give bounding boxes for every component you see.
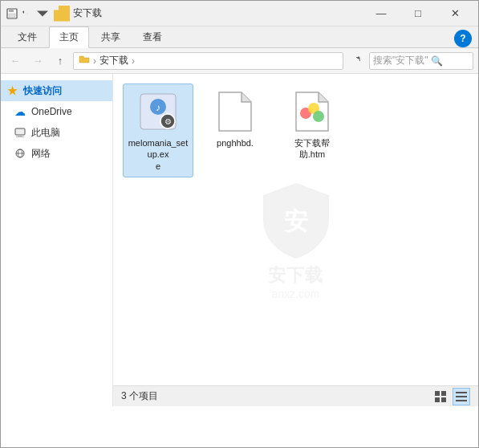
main-layout: ★ 快速访问 ☁ OneDrive 此电脑 — [1, 74, 478, 406]
watermark: 安 安下载 anxz.com — [260, 180, 332, 300]
view-large-icon-button[interactable] — [432, 388, 449, 405]
watermark-text: 安下载 — [268, 263, 323, 287]
svg-text:♪: ♪ — [156, 102, 160, 113]
breadcrumb-expand[interactable]: › — [132, 55, 135, 67]
sidebar-label-onedrive: OneDrive — [31, 106, 72, 117]
save-icon[interactable] — [6, 7, 18, 20]
svg-marker-3 — [37, 10, 48, 16]
svg-text:⚙: ⚙ — [164, 117, 172, 126]
breadcrumb-folder-icon — [79, 54, 90, 67]
svg-rect-5 — [15, 128, 25, 135]
sidebar-item-quick-access[interactable]: ★ 快速访问 — [1, 80, 112, 101]
file-name-htm: 安下载帮助.htm — [294, 137, 330, 161]
svg-rect-21 — [441, 391, 446, 396]
forward-button[interactable]: → — [28, 51, 47, 71]
file-grid: ♪ ⚙ melomania_setup.exe pnghhbd. — [113, 74, 478, 187]
breadcrumb-current: 安下载 — [99, 54, 128, 67]
svg-rect-7 — [16, 136, 24, 137]
minimize-button[interactable]: — — [363, 1, 400, 26]
computer-icon — [14, 126, 26, 139]
address-bar: ← → ↑ › 安下载 › 搜索"安下载" 🔍 — [1, 48, 478, 74]
svg-text:安: 安 — [282, 208, 308, 234]
refresh-button[interactable] — [347, 51, 366, 71]
star-icon: ★ — [6, 84, 18, 97]
file-name-png: pnghhbd. — [217, 137, 254, 149]
tab-view[interactable]: 查看 — [132, 26, 173, 47]
title-controls: — □ ✕ — [363, 1, 473, 26]
file-item-png[interactable]: pnghhbd. — [200, 83, 270, 177]
svg-rect-6 — [18, 135, 22, 136]
sidebar-label-quick-access: 快速访问 — [23, 84, 62, 98]
search-placeholder: 搜索"安下载" — [373, 54, 428, 67]
sidebar-item-onedrive[interactable]: ☁ OneDrive — [1, 101, 112, 122]
status-count: 3 个项目 — [121, 389, 158, 403]
svg-rect-2 — [9, 14, 15, 18]
content-area: 安 安下载 anxz.com ♪ — [113, 74, 478, 406]
svg-rect-25 — [456, 396, 467, 397]
sidebar-item-this-pc[interactable]: 此电脑 — [1, 122, 112, 143]
tab-home[interactable]: 主页 — [49, 26, 89, 48]
sidebar: ★ 快速访问 ☁ OneDrive 此电脑 — [1, 74, 113, 406]
file-icon-htm — [290, 89, 335, 134]
svg-point-19 — [313, 111, 324, 122]
search-box[interactable]: 搜索"安下载" 🔍 — [369, 52, 473, 70]
file-icon-png — [213, 89, 258, 134]
sidebar-label-this-pc: 此电脑 — [31, 126, 60, 140]
svg-rect-1 — [9, 9, 14, 12]
svg-rect-23 — [441, 397, 446, 402]
sidebar-item-network[interactable]: 网络 — [1, 143, 112, 164]
ribbon: 文件 主页 共享 查看 ? — [1, 26, 478, 48]
file-item-htm[interactable]: 安下载帮助.htm — [277, 83, 347, 177]
title-text: 安下载 — [73, 6, 363, 20]
network-icon — [14, 147, 26, 160]
address-path[interactable]: › 安下载 › — [73, 52, 343, 70]
dropdown-icon[interactable] — [36, 7, 49, 20]
status-bar: 3 个项目 — [113, 385, 478, 406]
svg-rect-22 — [435, 397, 440, 402]
file-name-exe: melomania_setup.exe — [127, 137, 189, 172]
title-bar-icons — [6, 7, 49, 20]
maximize-button[interactable]: □ — [400, 1, 436, 26]
file-icon-exe: ♪ ⚙ — [136, 89, 181, 134]
watermark-subtext: anxz.com — [272, 287, 320, 300]
help-button[interactable]: ? — [454, 30, 472, 47]
svg-rect-20 — [435, 391, 440, 396]
ribbon-tabs: 文件 主页 共享 查看 ? — [1, 26, 478, 47]
back-button[interactable]: ← — [6, 51, 25, 71]
folder-icon — [54, 6, 70, 22]
cloud-icon: ☁ — [14, 105, 26, 118]
undo-icon[interactable] — [21, 7, 34, 20]
title-bar: 安下载 — □ ✕ — [1, 1, 478, 26]
tab-share[interactable]: 共享 — [91, 26, 131, 47]
view-detail-button[interactable] — [453, 388, 470, 405]
view-controls — [432, 388, 470, 405]
search-icon: 🔍 — [431, 55, 443, 67]
close-button[interactable]: ✕ — [436, 1, 473, 26]
svg-rect-24 — [456, 392, 467, 393]
breadcrumb-separator: › — [93, 55, 96, 67]
tab-file[interactable]: 文件 — [7, 26, 47, 47]
sidebar-label-network: 网络 — [31, 147, 51, 161]
file-item-exe[interactable]: ♪ ⚙ melomania_setup.exe — [123, 83, 193, 177]
svg-rect-26 — [456, 400, 467, 401]
up-button[interactable]: ↑ — [51, 51, 70, 71]
